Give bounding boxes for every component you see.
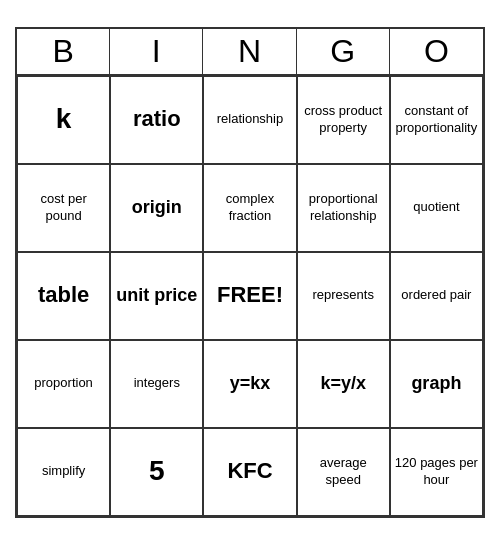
bingo-cell-22: KFC (203, 428, 296, 516)
bingo-cell-19: graph (390, 340, 483, 428)
bingo-grid: kratiorelationshipcross product property… (17, 76, 483, 516)
bingo-cell-6: origin (110, 164, 203, 252)
bingo-cell-24: 120 pages per hour (390, 428, 483, 516)
bingo-cell-17: y=kx (203, 340, 296, 428)
bingo-cell-1: ratio (110, 76, 203, 164)
bingo-cell-4: constant of proportionality (390, 76, 483, 164)
bingo-cell-12: FREE! (203, 252, 296, 340)
bingo-cell-13: represents (297, 252, 390, 340)
header-letter-O: O (390, 29, 483, 74)
bingo-cell-15: proportion (17, 340, 110, 428)
bingo-cell-7: complex fraction (203, 164, 296, 252)
bingo-cell-23: average speed (297, 428, 390, 516)
bingo-cell-20: simplify (17, 428, 110, 516)
header-letter-B: B (17, 29, 110, 74)
bingo-cell-0: k (17, 76, 110, 164)
bingo-card: BINGO kratiorelationshipcross product pr… (15, 27, 485, 518)
header-letter-I: I (110, 29, 203, 74)
bingo-cell-11: unit price (110, 252, 203, 340)
bingo-cell-10: table (17, 252, 110, 340)
bingo-cell-16: integers (110, 340, 203, 428)
bingo-cell-18: k=y/x (297, 340, 390, 428)
bingo-cell-5: cost per pound (17, 164, 110, 252)
bingo-cell-9: quotient (390, 164, 483, 252)
header-letter-G: G (297, 29, 390, 74)
bingo-cell-21: 5 (110, 428, 203, 516)
bingo-cell-2: relationship (203, 76, 296, 164)
bingo-cell-8: proportional relationship (297, 164, 390, 252)
bingo-cell-3: cross product property (297, 76, 390, 164)
bingo-cell-14: ordered pair (390, 252, 483, 340)
header-letter-N: N (203, 29, 296, 74)
bingo-header: BINGO (17, 29, 483, 76)
